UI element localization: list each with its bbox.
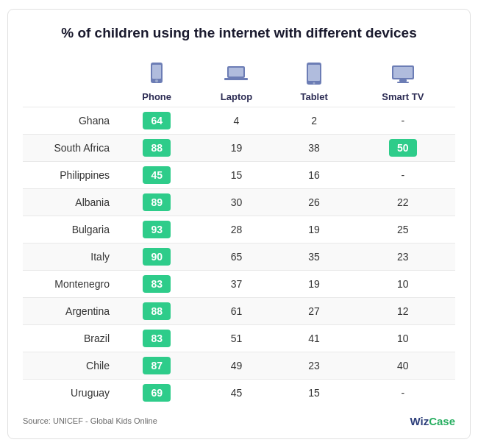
country-cell: Albania	[23, 188, 118, 216]
tablet-cell: 27	[278, 297, 351, 324]
svg-rect-7	[308, 65, 320, 81]
table-wrapper: Phone Laptop	[23, 56, 455, 406]
svg-rect-12	[397, 82, 409, 83]
tablet-cell: 35	[278, 243, 351, 270]
table-row: Albania89302622	[23, 188, 455, 216]
data-table: Phone Laptop	[23, 56, 455, 406]
laptop-cell: 51	[195, 324, 277, 352]
table-row: Philippines451516-	[23, 161, 455, 188]
tablet-cell: 19	[278, 270, 351, 297]
svg-rect-11	[399, 79, 407, 82]
tablet-cell: 15	[278, 379, 351, 406]
brand-case: Case	[429, 415, 455, 427]
smarttv-cell: -	[351, 161, 455, 188]
phone-cell: 88	[118, 297, 195, 324]
table-row: Bulgaria93281925	[23, 216, 455, 243]
country-cell: Philippines	[23, 161, 118, 188]
smarttv-cell: 23	[351, 243, 455, 270]
country-cell: South Africa	[23, 134, 118, 161]
laptop-cell: 4	[195, 107, 277, 134]
country-cell: Montenegro	[23, 270, 118, 297]
country-header	[23, 56, 118, 107]
table-row: Argentina88612712	[23, 297, 455, 324]
tablet-cell: 26	[278, 188, 351, 216]
phone-cell: 64	[118, 107, 195, 134]
phone-label: Phone	[142, 91, 171, 102]
table-row: Uruguay694515-	[23, 379, 455, 406]
smarttv-cell: 40	[351, 352, 455, 379]
table-row: Montenegro83371910	[23, 270, 455, 297]
phone-cell: 88	[118, 134, 195, 161]
smarttv-cell: 25	[351, 216, 455, 243]
country-cell: Bulgaria	[23, 216, 118, 243]
tablet-cell: 19	[278, 216, 351, 243]
table-row: Chile87492340	[23, 352, 455, 379]
table-row: Ghana6442-	[23, 107, 455, 134]
phone-cell: 83	[118, 270, 195, 297]
laptop-cell: 61	[195, 297, 277, 324]
header-row: Phone Laptop	[23, 56, 455, 107]
smarttv-cell: 50	[351, 134, 455, 161]
laptop-cell: 49	[195, 352, 277, 379]
svg-rect-4	[229, 68, 243, 77]
country-cell: Brazil	[23, 324, 118, 352]
smarttv-label: Smart TV	[382, 91, 424, 102]
laptop-label: Laptop	[221, 91, 252, 102]
phone-header: Phone	[118, 56, 195, 107]
svg-rect-10	[393, 67, 413, 78]
laptop-cell: 15	[195, 161, 277, 188]
source-text: Source: UNICEF - Global Kids Online	[23, 416, 157, 425]
phone-icon	[143, 60, 170, 87]
phone-cell: 93	[118, 216, 195, 243]
tablet-icon	[301, 60, 327, 87]
table-row: South Africa88193850	[23, 134, 455, 161]
smarttv-icon	[390, 60, 416, 87]
smarttv-cell: 12	[351, 297, 455, 324]
tablet-cell: 2	[278, 107, 351, 134]
table-row: Italy90653523	[23, 243, 455, 270]
tablet-cell: 38	[278, 134, 351, 161]
country-cell: Italy	[23, 243, 118, 270]
phone-cell: 69	[118, 379, 195, 406]
laptop-cell: 37	[195, 270, 277, 297]
brand-logo: WizCase	[410, 415, 455, 427]
smarttv-cell: -	[351, 379, 455, 406]
laptop-cell: 30	[195, 188, 277, 216]
tablet-label: Tablet	[300, 91, 327, 102]
phone-cell: 87	[118, 352, 195, 379]
smarttv-cell: 10	[351, 270, 455, 297]
country-cell: Chile	[23, 352, 118, 379]
svg-rect-5	[224, 78, 248, 80]
laptop-cell: 65	[195, 243, 277, 270]
phone-cell: 83	[118, 324, 195, 352]
tablet-header: Tablet	[278, 56, 351, 107]
laptop-cell: 28	[195, 216, 277, 243]
smarttv-cell: -	[351, 107, 455, 134]
smarttv-header: Smart TV	[351, 56, 455, 107]
phone-cell: 89	[118, 188, 195, 216]
phone-cell: 45	[118, 161, 195, 188]
laptop-cell: 45	[195, 379, 277, 406]
country-cell: Argentina	[23, 297, 118, 324]
country-cell: Ghana	[23, 107, 118, 134]
tablet-cell: 16	[278, 161, 351, 188]
laptop-cell: 19	[195, 134, 277, 161]
chart-title: % of children using the internet with di…	[23, 24, 455, 43]
smarttv-cell: 10	[351, 324, 455, 352]
phone-cell: 90	[118, 243, 195, 270]
laptop-header: Laptop	[195, 56, 277, 107]
footer: Source: UNICEF - Global Kids Online WizC…	[23, 415, 455, 427]
svg-rect-1	[152, 65, 161, 79]
smarttv-cell: 22	[351, 188, 455, 216]
table-row: Brazil83514110	[23, 324, 455, 352]
svg-point-8	[313, 82, 315, 84]
table-body: Ghana6442-South Africa88193850Philippine…	[23, 107, 455, 406]
laptop-icon	[223, 60, 249, 87]
brand-wiz: Wiz	[410, 415, 429, 427]
tablet-cell: 23	[278, 352, 351, 379]
main-container: % of children using the internet with di…	[7, 9, 471, 439]
svg-point-2	[155, 79, 158, 82]
tablet-cell: 41	[278, 324, 351, 352]
country-cell: Uruguay	[23, 379, 118, 406]
